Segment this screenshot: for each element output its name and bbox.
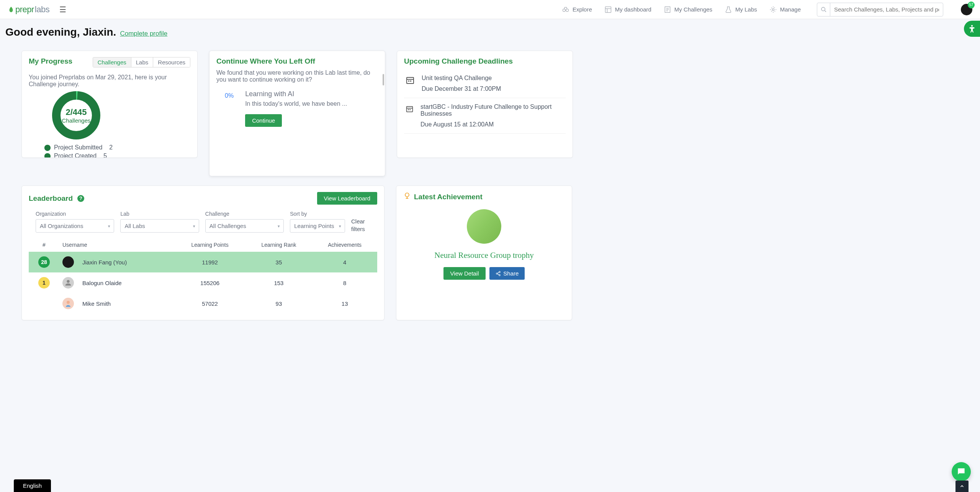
svg-point-5 (821, 7, 825, 11)
drop-icon: ⬤ (44, 152, 51, 158)
tab-labs[interactable]: Labs (131, 57, 154, 67)
svg-rect-13 (410, 109, 411, 110)
lrank-cell: 93 (245, 293, 312, 314)
col-ach: Achievements (312, 238, 377, 252)
nav-labs[interactable]: My Labs (725, 6, 757, 13)
accessibility-button[interactable] (964, 21, 980, 37)
rank-badge: 1 (38, 277, 50, 289)
achievement-card: Latest Achievement Neural Resource Group… (396, 185, 572, 320)
dashboard-icon (604, 6, 612, 13)
svg-point-4 (772, 8, 774, 10)
trophy-icon (403, 192, 411, 202)
svg-point-15 (67, 301, 70, 304)
greeting-row: Good evening, Jiaxin. Complete profile (0, 19, 980, 41)
avatar (62, 277, 74, 289)
legend-label: Project Submitted (54, 144, 102, 151)
svg-point-16 (405, 193, 409, 197)
filter-challenge-select[interactable]: All Challenges (205, 219, 284, 233)
continue-card: Continue Where You Left Off We found tha… (209, 51, 385, 176)
help-icon[interactable]: ? (77, 195, 84, 202)
svg-rect-2 (605, 7, 611, 12)
calendar-icon (406, 75, 415, 85)
nav-explore[interactable]: Explore (562, 6, 592, 13)
filter-sort-select[interactable]: Learning Points (290, 219, 345, 233)
deadline-item[interactable]: startGBC - Industry Future Challenge to … (404, 98, 566, 134)
leaderboard-table: # Username Learning Points Learning Rank… (29, 238, 377, 314)
nav-dashboard-label: My dashboard (615, 6, 651, 13)
svg-point-14 (67, 280, 69, 283)
calendar-icon (406, 104, 414, 113)
filter-lab-select[interactable]: All Labs (120, 219, 199, 233)
progress-desc: You joined Preprlabs on Mar 29, 2021, he… (29, 74, 190, 88)
svg-point-17 (499, 271, 501, 273)
nav-explore-label: Explore (573, 6, 592, 13)
share-label: Share (503, 270, 519, 277)
tab-resources[interactable]: Resources (153, 57, 190, 67)
search-box (817, 3, 943, 16)
tab-challenges[interactable]: Challenges (93, 57, 131, 67)
svg-point-19 (499, 274, 501, 276)
progress-title: My Progress (29, 57, 72, 66)
view-detail-button[interactable]: View Detail (443, 267, 486, 280)
table-row[interactable]: 1 Balogun Olaide 155206 153 8 (29, 272, 377, 293)
deadline-item[interactable]: Unit testing QA Challenge Due December 3… (404, 69, 566, 98)
main-nav: Explore My dashboard My Challenges My La… (562, 3, 972, 16)
view-leaderboard-button[interactable]: View Leaderboard (317, 192, 377, 205)
avatar (62, 298, 74, 309)
user-avatar[interactable]: 57 (961, 4, 972, 15)
search-icon[interactable] (817, 3, 830, 16)
logo[interactable]: preprlabs (8, 5, 49, 15)
filter-org-label: Organization (36, 211, 114, 217)
greeting-text: Good evening, Jiaxin. (5, 26, 116, 38)
lab-desc: In this today's world, we have been ... (245, 100, 347, 107)
nav-dashboard[interactable]: My dashboard (604, 6, 651, 13)
donut-label: Challenges (62, 117, 90, 124)
filter-org-select[interactable]: All Organizations (36, 219, 114, 233)
ach-cell: 13 (312, 293, 377, 314)
svg-point-1 (566, 9, 569, 11)
achievement-name: Neural Resource Group trophy (434, 251, 534, 260)
col-points: Learning Points (175, 238, 245, 252)
legend-item: ⬤ Project Created 5 (44, 152, 190, 158)
menu-icon[interactable]: ☰ (59, 5, 66, 14)
deadlines-title: Upcoming Challenge Deadlines (404, 57, 566, 66)
continue-title: Continue Where You Left Off (216, 57, 378, 66)
donut-value: 2/445 (65, 107, 87, 117)
clear-filters-link[interactable]: Clear filters (351, 218, 370, 233)
legend-value: 5 (103, 153, 107, 158)
points-cell: 57022 (175, 293, 245, 314)
achievement-title: Latest Achievement (414, 193, 483, 201)
progress-donut: 2/445 Challenges (52, 91, 101, 140)
continue-button[interactable]: Continue (245, 114, 282, 127)
lrank-cell: 35 (245, 252, 312, 272)
scrollbar[interactable] (383, 74, 384, 85)
nav-challenges[interactable]: My Challenges (664, 6, 712, 13)
deadline-name: Unit testing QA Challenge (422, 75, 501, 82)
rank-badge: 28 (38, 256, 50, 268)
search-input[interactable] (830, 6, 943, 13)
share-icon (496, 271, 501, 276)
svg-rect-9 (408, 80, 409, 82)
progress-tabs: Challenges Labs Resources (93, 57, 190, 67)
flag-icon (664, 6, 671, 13)
lab-title: Learning with AI (245, 90, 347, 98)
deadlines-card: Upcoming Challenge Deadlines Unit testin… (397, 51, 573, 158)
avatar (62, 256, 74, 268)
share-button[interactable]: Share (489, 267, 525, 280)
continue-desc: We found that you were working on this L… (216, 69, 378, 83)
leaf-icon (8, 6, 15, 13)
continue-percent: 0% (219, 90, 234, 99)
table-row[interactable]: Mike Smith 57022 93 13 (29, 293, 377, 314)
notification-badge: 57 (968, 2, 975, 8)
drop-icon: ⬤ (44, 144, 51, 151)
deadline-due: Due December 31 at 7:00PM (422, 85, 501, 92)
complete-profile-link[interactable]: Complete profile (120, 30, 167, 38)
ach-cell: 8 (312, 272, 377, 293)
topbar: preprlabs ☰ Explore My dashboard My Chal… (0, 0, 980, 19)
nav-labs-label: My Labs (735, 6, 757, 13)
col-user: Username (59, 238, 175, 252)
nav-challenges-label: My Challenges (674, 6, 712, 13)
nav-manage[interactable]: Manage (769, 6, 801, 13)
points-cell: 155206 (175, 272, 245, 293)
table-row[interactable]: 28 Jiaxin Fang (You) 11992 35 4 (29, 252, 377, 272)
